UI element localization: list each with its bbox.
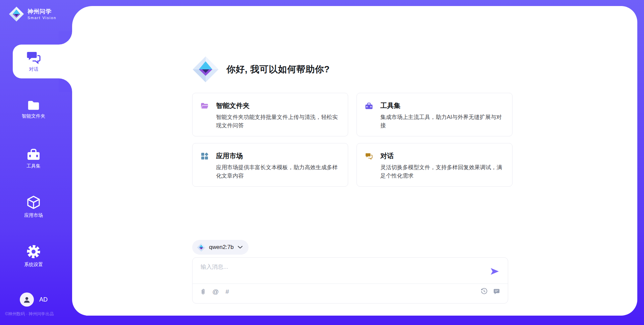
gear-icon xyxy=(26,244,41,259)
sidebar-item-label: 系统设置 xyxy=(24,262,43,268)
person-icon xyxy=(23,296,31,304)
composer-divider xyxy=(193,283,508,284)
folder-icon xyxy=(27,100,40,111)
content-column: 你好, 我可以如何帮助你? 智能文件夹 智能文件夹功能支持批量文件上传与清洗，轻… xyxy=(192,6,508,304)
chat-bubble-icon xyxy=(493,288,500,295)
sidebar-item-chat[interactable]: 对话 xyxy=(13,45,72,78)
app-grid-icon xyxy=(201,152,209,160)
message-input[interactable] xyxy=(201,263,489,282)
sidebar-item-label: 工具集 xyxy=(26,163,41,169)
user-profile[interactable]: AD xyxy=(20,292,48,307)
card-app-market[interactable]: 应用市场 应用市场提供丰富长文本模板，助力高效生成多样化文章内容 xyxy=(192,143,348,187)
diamond-logo-icon xyxy=(197,243,206,252)
sidebar: 神州问学 Smart Vision 对话 智能文件夹 工具集 xyxy=(0,0,72,325)
card-title: 对话 xyxy=(380,151,394,160)
sidebar-item-label: 对话 xyxy=(29,66,39,72)
greeting-text: 你好, 我可以如何帮助你? xyxy=(226,63,330,75)
sidebar-item-app-market[interactable]: 应用市场 xyxy=(0,195,67,219)
card-smart-folder[interactable]: 智能文件夹 智能文件夹功能支持批量文件上传与清洗，轻松实现文件问答 xyxy=(192,93,348,136)
sidebar-item-settings[interactable]: 系统设置 xyxy=(0,244,67,268)
mention-button[interactable]: @ xyxy=(212,288,219,295)
app-logo: 神州问学 Smart Vision xyxy=(9,6,56,22)
card-title: 工具集 xyxy=(380,101,400,110)
feature-cards: 智能文件夹 智能文件夹功能支持批量文件上传与清洗，轻松实现文件问答 工具集 集成… xyxy=(192,93,508,187)
sidebar-item-label: 应用市场 xyxy=(24,212,43,218)
card-description: 集成市场上主流工具，助力AI与外界无缝扩展与对接 xyxy=(380,113,504,130)
history-button[interactable] xyxy=(481,288,487,295)
avatar xyxy=(20,292,34,307)
open-folder-icon xyxy=(201,102,209,110)
user-name: AD xyxy=(39,296,48,303)
tab-notch-bottom xyxy=(59,78,72,92)
toolbox-icon xyxy=(365,102,373,110)
diamond-logo-icon xyxy=(192,55,219,83)
card-description: 灵活切换多模型文件，支持多样回复效果调试，满足个性化需求 xyxy=(380,163,504,180)
card-description: 智能文件夹功能支持批量文件上传与清洗，轻松实现文件问答 xyxy=(216,113,340,130)
cube-icon xyxy=(26,195,41,210)
app-name: 神州问学 xyxy=(28,8,56,15)
app-tagline: Smart Vision xyxy=(28,16,56,20)
card-toolset[interactable]: 工具集 集成市场上主流工具，助力AI与外界无缝扩展与对接 xyxy=(357,93,513,136)
model-name: qwen2:7b xyxy=(209,244,234,251)
paperclip-icon xyxy=(201,288,206,296)
card-chat[interactable]: 对话 灵活切换多模型文件，支持多样回复效果调试，满足个性化需求 xyxy=(357,143,513,187)
toolbox-icon xyxy=(26,148,41,161)
composer-tools: @ # xyxy=(201,288,229,296)
message-composer: @ # xyxy=(192,257,508,304)
sidebar-item-label: 智能文件夹 xyxy=(22,113,45,119)
feedback-button[interactable] xyxy=(493,288,500,295)
copyright-footer: ©神州数码 · 神州问学出品 xyxy=(5,311,54,317)
model-selector[interactable]: qwen2:7b xyxy=(192,240,249,255)
main-content: 你好, 我可以如何帮助你? 智能文件夹 智能文件夹功能支持批量文件上传与清洗，轻… xyxy=(72,6,637,316)
attach-file-button[interactable] xyxy=(201,288,206,296)
diamond-logo-icon xyxy=(9,6,24,22)
sidebar-item-smart-folder[interactable]: 智能文件夹 xyxy=(0,97,67,122)
greeting: 你好, 我可以如何帮助你? xyxy=(192,55,508,83)
send-icon[interactable] xyxy=(490,268,499,275)
card-description: 应用市场提供丰富长文本模板，助力高效生成多样化文章内容 xyxy=(216,163,340,180)
composer-right-tools xyxy=(481,288,500,295)
history-icon xyxy=(481,288,487,295)
tab-notch-top xyxy=(59,31,72,45)
chevron-down-icon xyxy=(238,246,243,249)
topic-button[interactable]: # xyxy=(225,288,229,295)
chat-icon xyxy=(26,51,42,65)
chat-bubbles-icon xyxy=(365,152,373,160)
card-title: 应用市场 xyxy=(216,151,243,160)
card-title: 智能文件夹 xyxy=(216,101,250,110)
sidebar-item-toolset[interactable]: 工具集 xyxy=(0,146,67,171)
